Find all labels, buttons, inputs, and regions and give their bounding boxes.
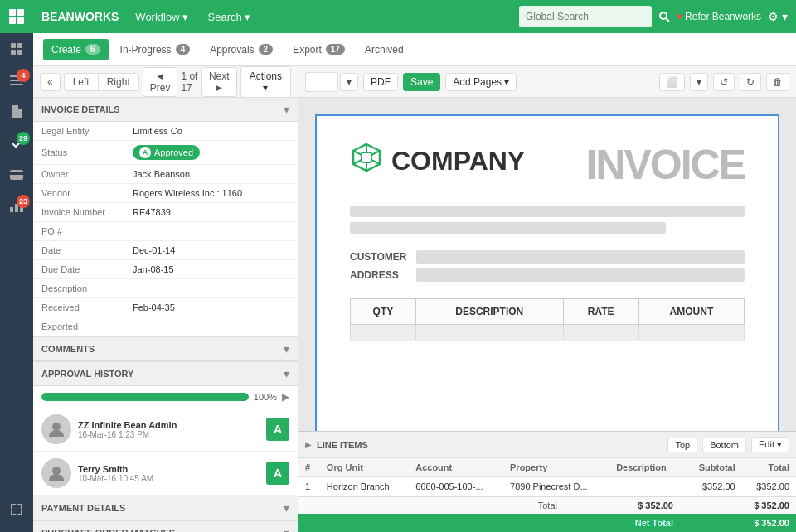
tab-archived[interactable]: Archived — [357, 39, 412, 60]
li-col-subtotal: Subtotal — [684, 458, 742, 477]
nav-badge-29: 29 — [17, 132, 30, 145]
table-row: Status A Approved — [33, 141, 298, 165]
zoom-dropdown-btn[interactable]: ▾ — [340, 73, 358, 91]
col-qty: QTY — [351, 299, 416, 325]
nav-check-icon[interactable]: 29 — [0, 128, 33, 159]
approval-info-2: Terry Smith 10-Mar-16 10:45 AM — [78, 464, 260, 483]
invoice-table: QTY DESCRIPTION RATE AMOUNT — [350, 298, 745, 341]
company-logo: COMPANY — [350, 141, 525, 181]
svg-rect-3 — [17, 17, 24, 24]
line-items-bar: ▶ LINE ITEMS Top Bottom Edit ▾ — [298, 431, 796, 457]
invoice-document: COMPANY INVOICE — [315, 114, 779, 431]
payment-details-toggle[interactable]: ▾ — [284, 501, 289, 515]
net-total-row: Net Total $ 352.00 — [298, 514, 796, 532]
avatar-2 — [41, 458, 71, 488]
nav-badge-23: 23 — [17, 195, 30, 208]
address-value — [416, 268, 745, 282]
svg-rect-13 — [10, 172, 23, 175]
comments-section: COMMENTS ▾ — [33, 336, 298, 361]
approval-history-toggle[interactable]: ▾ — [284, 367, 289, 380]
global-search-input[interactable] — [519, 6, 652, 27]
nav-card-icon[interactable] — [0, 159, 33, 191]
tab-export[interactable]: Export 17 — [284, 39, 353, 60]
tab-approvals[interactable]: Approvals 2 — [201, 39, 281, 60]
tab-approvals-badge: 2 — [259, 44, 274, 55]
top-btn[interactable]: Top — [667, 438, 697, 452]
save-btn[interactable]: Save — [403, 73, 440, 91]
workflow-menu-btn[interactable]: Workflow ▾ — [129, 7, 194, 27]
fit-width-btn[interactable]: ⬜ — [659, 73, 685, 91]
left-btn[interactable]: Left — [64, 73, 99, 91]
table-row: Due Date Jan-08-15 — [33, 260, 298, 279]
delete-btn[interactable]: 🗑 — [766, 73, 789, 91]
table-row: Date Dec-01-14 — [33, 241, 298, 260]
table-row: Invoice Number RE47839 — [33, 203, 298, 222]
add-pages-btn[interactable]: Add Pages ▾ — [445, 73, 517, 91]
edit-btn[interactable]: Edit ▾ — [751, 437, 789, 452]
progress-chevron[interactable]: ▶ — [282, 391, 289, 403]
pdf-btn[interactable]: PDF — [363, 73, 398, 91]
zoom-dropdown2-btn[interactable]: ▾ — [690, 73, 708, 91]
company-icon — [350, 141, 383, 181]
invoice-row-1 — [351, 325, 745, 341]
tab-create[interactable]: Create 6 — [43, 39, 109, 60]
totals-row: Total $ 352.00 $ 352.00 — [298, 496, 796, 514]
svg-rect-14 — [10, 207, 13, 212]
comments-toggle[interactable]: ▾ — [284, 342, 289, 355]
col-rate: RATE — [563, 299, 638, 325]
top-header: BEANWORKS Workflow ▾ Search ▾ ♥ Refer Be… — [33, 0, 796, 33]
approval-info-1: ZZ Infinite Bean Admin 16-Mar-16 1:23 PM — [78, 420, 260, 439]
customer-label: CUSTOMER — [350, 251, 406, 263]
prev-btn[interactable]: ◄ Prev — [143, 67, 178, 97]
svg-point-19 — [52, 423, 61, 431]
info-line-2 — [350, 222, 666, 234]
left-nav: 4 29 23 — [0, 0, 33, 532]
actions-btn[interactable]: Actions ▾ — [240, 66, 291, 98]
refer-btn[interactable]: ♥ Refer Beanworks — [677, 11, 761, 22]
nav-expand-icon[interactable] — [0, 494, 33, 525]
svg-rect-5 — [17, 43, 22, 48]
comments-header: COMMENTS ▾ — [33, 337, 298, 361]
tab-in-progress[interactable]: In-Progress 4 — [112, 39, 199, 60]
table-row: Received Feb-04-35 — [33, 298, 298, 317]
search-menu-btn[interactable]: Search ▾ — [201, 7, 257, 27]
prev-next-nav: ◄ Prev 1 of 17 Next ► — [143, 67, 237, 97]
svg-line-18 — [666, 18, 669, 22]
net-total-label: Net Total — [635, 518, 673, 528]
po-matches-toggle[interactable]: ▾ — [284, 526, 289, 532]
nav-list-icon[interactable]: 4 — [0, 65, 33, 96]
table-row: PO # — [33, 222, 298, 241]
next-btn[interactable]: Next ► — [201, 67, 237, 97]
svg-point-20 — [52, 467, 61, 475]
right-btn[interactable]: Right — [99, 73, 139, 91]
nav-chart-icon[interactable]: 23 — [0, 191, 33, 222]
invoice-info-block — [350, 206, 745, 234]
approval-history-header: APPROVAL HISTORY ▾ — [33, 362, 298, 386]
approval-section: APPROVAL HISTORY ▾ 100% ▶ — [33, 361, 298, 496]
rotate-ccw-btn[interactable]: ↺ — [713, 73, 735, 91]
svg-point-17 — [660, 12, 667, 19]
line-items-table: # Org Unit Account Property Description … — [298, 457, 796, 532]
approval-item-1: ZZ Infinite Bean Admin 16-Mar-16 1:23 PM… — [33, 408, 298, 452]
page-indicator: 1 of 17 — [181, 70, 198, 94]
approval-item-2: Terry Smith 10-Mar-16 10:45 AM A — [33, 452, 298, 496]
tab-inprogress-badge: 4 — [176, 44, 191, 55]
settings-btn[interactable]: ⚙ ▾ — [768, 10, 788, 23]
svg-rect-4 — [11, 43, 16, 48]
company-name: COMPANY — [391, 146, 525, 177]
expand-icon: ▶ — [305, 440, 312, 449]
li-col-property: Property — [503, 458, 609, 477]
approval-badge-2: A — [266, 462, 289, 485]
svg-rect-1 — [17, 9, 24, 16]
bottom-btn[interactable]: Bottom — [702, 438, 746, 452]
invoice-details-toggle[interactable]: ▾ — [284, 103, 289, 116]
zoom-input[interactable] — [305, 72, 338, 92]
nav-dashboard-icon[interactable] — [0, 33, 33, 65]
total-value-left: $ 352.00 — [607, 501, 673, 510]
customer-value — [416, 250, 745, 264]
nav-doc-icon[interactable] — [0, 96, 33, 128]
rotate-cw-btn[interactable]: ↻ — [740, 73, 761, 91]
col-desc: DESCRIPTION — [415, 299, 563, 325]
collapse-btn[interactable]: « — [40, 73, 61, 91]
svg-line-24 — [353, 151, 362, 155]
